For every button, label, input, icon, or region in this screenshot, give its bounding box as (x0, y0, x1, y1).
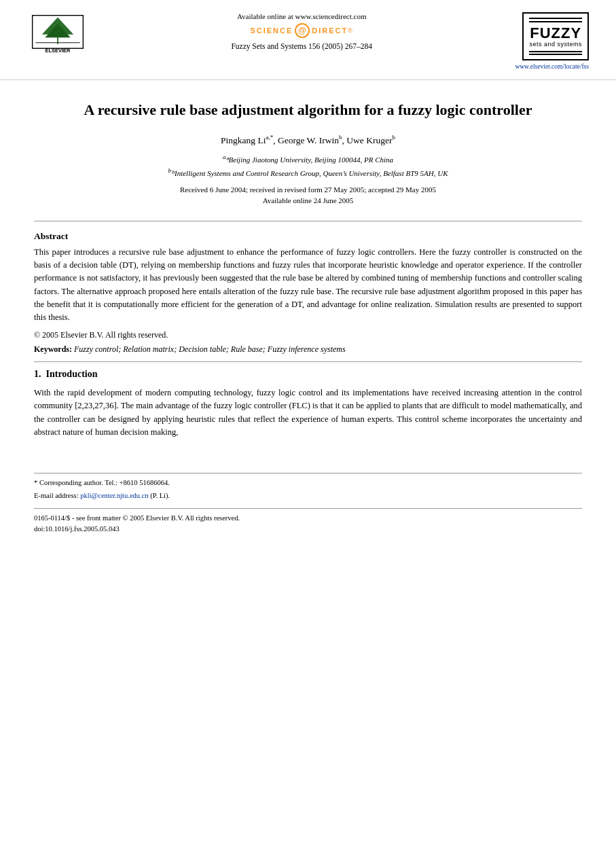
divider-2 (34, 361, 582, 362)
keywords-values: Fuzzy control; Relation matrix; Decision… (74, 344, 346, 354)
authors: Pingkang Lia,*, George W. Irwinb, Uwe Kr… (54, 134, 562, 146)
footnotes-area: * Corresponding author. Tel.: +8610 5168… (34, 473, 582, 501)
doi-info: doi:10.1016/j.fss.2005.05.043 (34, 524, 582, 535)
fuzzy-logo: FUZZY sets and systems (522, 12, 589, 60)
available-online-text: Available online at www.sciencedirect.co… (95, 12, 508, 20)
content: Abstract This paper introduces a recursi… (0, 221, 616, 535)
available-date: Available online 24 June 2005 (54, 196, 562, 204)
fuzzy-subtitle: sets and systems (529, 41, 582, 48)
journal-name: Fuzzy Sets and Systems 156 (2005) 267–28… (95, 42, 508, 50)
issn-info: 0165-0114/$ - see front matter © 2005 El… (34, 513, 582, 524)
sd-circle-icon: @ (295, 23, 310, 38)
page: ELSEVIER Available online at www.science… (0, 0, 616, 841)
copyright: © 2005 Elsevier B.V. All rights reserved… (34, 330, 582, 340)
abstract-title: Abstract (34, 231, 582, 242)
affiliations: aᵃBeijing Jiaotong University, Beijing 1… (54, 152, 562, 180)
center-header: Available online at www.sciencedirect.co… (88, 12, 515, 50)
sciencedirect-logo: SCIENCE @ DIRECT ® (95, 23, 508, 38)
header: ELSEVIER Available online at www.science… (0, 0, 616, 80)
intro-body: With the rapid development of modern com… (34, 387, 582, 440)
paper-title: A recursive rule base adjustment algorit… (54, 101, 562, 120)
title-section: A recursive rule base adjustment algorit… (0, 80, 616, 214)
introduction-section: 1. Introduction With the rapid developme… (34, 369, 582, 440)
received-dates: Received 6 June 2004; received in revise… (54, 185, 562, 194)
footer-bottom: 0165-0114/$ - see front matter © 2005 El… (34, 508, 582, 535)
keywords-label: Keywords: (34, 344, 72, 354)
fuzzy-title: FUZZY (529, 26, 582, 41)
svg-text:ELSEVIER: ELSEVIER (46, 48, 71, 54)
fuzzy-logo-area: FUZZY sets and systems www.elsevier.com/… (515, 12, 589, 70)
email-footnote: E-mail address: pkli@center.njtu.edu.cn … (34, 490, 582, 501)
elsevier-url: www.elsevier.com/locate/fss (515, 63, 589, 70)
email-link: pkli@center.njtu.edu.cn (80, 492, 148, 499)
keywords: Keywords: Fuzzy control; Relation matrix… (34, 344, 582, 355)
corresponding-author: * Corresponding author. Tel.: +8610 5168… (34, 478, 582, 488)
elsevier-logo: ELSEVIER (27, 12, 88, 62)
intro-title: 1. Introduction (34, 369, 582, 380)
divider-1 (34, 221, 582, 221)
abstract-body: This paper introduces a recursive rule b… (34, 246, 582, 325)
